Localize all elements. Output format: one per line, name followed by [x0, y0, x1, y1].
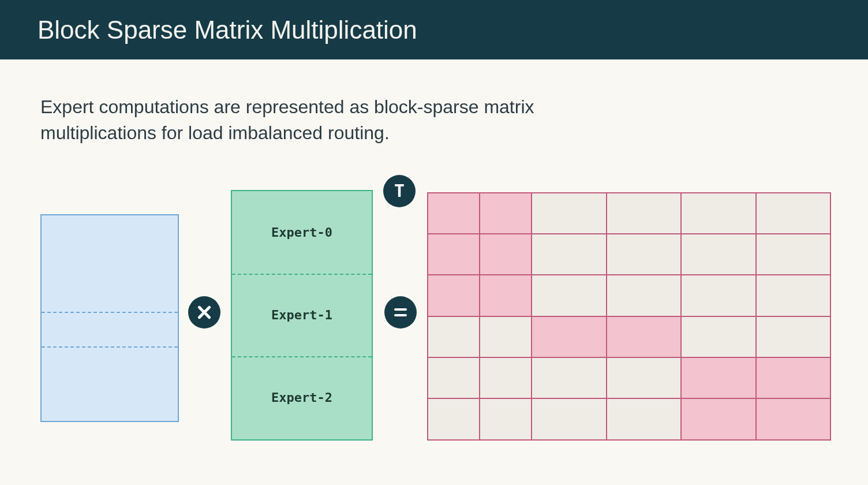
output-cell — [480, 357, 532, 398]
output-cell — [756, 193, 831, 234]
multiply-icon — [188, 296, 220, 329]
output-cell — [681, 357, 756, 398]
input-matrix-divider — [42, 346, 178, 348]
output-cell — [480, 193, 532, 234]
output-cell — [532, 357, 607, 398]
output-matrix-grid — [427, 192, 831, 441]
output-cell — [607, 193, 682, 234]
equals-icon — [384, 296, 417, 329]
output-cell — [756, 316, 831, 357]
output-cell — [681, 398, 756, 439]
output-cell — [428, 234, 480, 275]
output-cell — [607, 398, 682, 439]
output-cell — [480, 234, 532, 275]
output-cell — [428, 193, 480, 234]
output-cell — [756, 234, 831, 275]
output-cell — [681, 234, 756, 275]
output-cell — [480, 275, 532, 316]
output-cell — [607, 275, 682, 316]
output-cell — [428, 316, 480, 357]
slide-subtitle: Expert computations are represented as b… — [0, 59, 693, 146]
output-cell — [532, 398, 607, 439]
output-cell — [756, 357, 831, 398]
output-cell — [532, 316, 607, 357]
output-cell — [532, 275, 607, 316]
output-cell — [756, 398, 831, 439]
transpose-icon: T — [383, 175, 416, 207]
output-cell — [532, 193, 607, 234]
output-cell — [607, 234, 682, 275]
expert-row-label: Expert-0 — [232, 191, 372, 274]
input-matrix-divider — [42, 312, 178, 313]
output-cell — [428, 275, 480, 316]
expert-row-label: Expert-2 — [232, 356, 372, 439]
output-cell — [532, 234, 607, 275]
output-cell — [681, 193, 756, 234]
output-cell — [480, 398, 532, 439]
output-cell — [428, 398, 480, 439]
slide-title: Block Sparse Matrix Multiplication — [38, 16, 417, 44]
expert-row-label: Expert-1 — [232, 274, 372, 356]
slide-header: Block Sparse Matrix Multiplication — [0, 0, 868, 59]
diagram-container: Expert-0Expert-1Expert-2 T — [0, 175, 868, 441]
expert-matrix-divider — [232, 274, 372, 275]
output-cell — [756, 275, 831, 316]
output-cell — [607, 316, 682, 357]
output-cell — [681, 275, 756, 316]
expert-matrix-divider — [232, 356, 372, 357]
input-matrix — [40, 214, 179, 422]
output-cell — [480, 316, 532, 357]
output-cell — [681, 316, 756, 357]
expert-weights-matrix: Expert-0Expert-1Expert-2 — [231, 190, 373, 441]
output-cell — [607, 357, 682, 398]
output-cell — [428, 357, 480, 398]
